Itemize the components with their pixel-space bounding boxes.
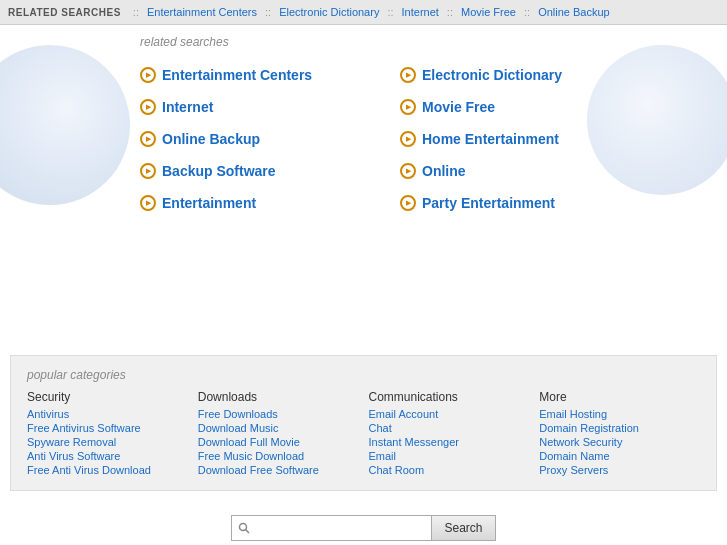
topbar-link-4[interactable]: Online Backup <box>538 6 610 18</box>
search-link-left-4[interactable]: Entertainment <box>162 195 256 211</box>
more-link-4[interactable]: Proxy Servers <box>539 464 700 476</box>
search-item-3: Backup Software <box>140 155 400 187</box>
search-item-1: Internet <box>140 91 400 123</box>
top-bar: RELATED SEARCHES :: Entertainment Center… <box>0 0 727 25</box>
more-header: More <box>539 390 700 404</box>
more-link-2[interactable]: Network Security <box>539 436 700 448</box>
communications-link-0[interactable]: Email Account <box>369 408 530 420</box>
topbar-link-0[interactable]: Entertainment Centers <box>147 6 257 18</box>
related-label: related searches <box>140 35 697 49</box>
arrow-icon-2 <box>140 131 156 147</box>
downloads-link-1[interactable]: Download Music <box>198 422 359 434</box>
downloads-header: Downloads <box>198 390 359 404</box>
search-item-r3: Online <box>400 155 660 187</box>
communications-link-3[interactable]: Email <box>369 450 530 462</box>
sep-1: :: <box>133 6 139 18</box>
category-more: More Email Hosting Domain Registration N… <box>539 390 700 478</box>
search-wrap: Search <box>231 515 495 541</box>
topbar-link-3[interactable]: Movie Free <box>461 6 516 18</box>
search-item-4: Entertainment <box>140 187 400 219</box>
search-item-2: Online Backup <box>140 123 400 155</box>
search-link-right-2[interactable]: Home Entertainment <box>422 131 559 147</box>
communications-link-1[interactable]: Chat <box>369 422 530 434</box>
security-header: Security <box>27 390 188 404</box>
search-item-r4: Party Entertainment <box>400 187 660 219</box>
search-section: related searches Entertainment Centers E… <box>0 25 727 345</box>
arrow-icon-3 <box>140 163 156 179</box>
arrow-icon-r4 <box>400 195 416 211</box>
popular-section: popular categories Security Antivirus Fr… <box>10 355 717 491</box>
search-grid: Entertainment Centers Electronic Diction… <box>140 59 660 219</box>
categories-grid: Security Antivirus Free Antivirus Softwa… <box>27 390 700 478</box>
search-link-left-0[interactable]: Entertainment Centers <box>162 67 312 83</box>
search-link-right-4[interactable]: Party Entertainment <box>422 195 555 211</box>
more-link-3[interactable]: Domain Name <box>539 450 700 462</box>
search-item-r0: Electronic Dictionary <box>400 59 660 91</box>
search-item-0: Entertainment Centers <box>140 59 400 91</box>
category-security: Security Antivirus Free Antivirus Softwa… <box>27 390 188 478</box>
topbar-link-1[interactable]: Electronic Dictionary <box>279 6 379 18</box>
main-content: related searches Entertainment Centers E… <box>0 25 727 345</box>
search-link-left-3[interactable]: Backup Software <box>162 163 276 179</box>
search-item-r1: Movie Free <box>400 91 660 123</box>
communications-header: Communications <box>369 390 530 404</box>
security-link-0[interactable]: Antivirus <box>27 408 188 420</box>
downloads-link-2[interactable]: Download Full Movie <box>198 436 359 448</box>
arrow-icon-r2 <box>400 131 416 147</box>
search-link-right-3[interactable]: Online <box>422 163 466 179</box>
downloads-link-4[interactable]: Download Free Software <box>198 464 359 476</box>
search-link-left-2[interactable]: Online Backup <box>162 131 260 147</box>
arrow-icon-r3 <box>400 163 416 179</box>
search-bar-section: Search <box>0 501 727 545</box>
security-link-1[interactable]: Free Antivirus Software <box>27 422 188 434</box>
arrow-icon-1 <box>140 99 156 115</box>
popular-label: popular categories <box>27 368 700 382</box>
arrow-icon-r0 <box>400 67 416 83</box>
communications-link-2[interactable]: Instant Messenger <box>369 436 530 448</box>
category-communications: Communications Email Account Chat Instan… <box>369 390 530 478</box>
arrow-icon-4 <box>140 195 156 211</box>
topbar-link-2[interactable]: Internet <box>402 6 439 18</box>
security-link-2[interactable]: Spyware Removal <box>27 436 188 448</box>
related-searches-label: RELATED SEARCHES <box>8 7 121 18</box>
downloads-link-0[interactable]: Free Downloads <box>198 408 359 420</box>
communications-link-4[interactable]: Chat Room <box>369 464 530 476</box>
category-downloads: Downloads Free Downloads Download Music … <box>198 390 359 478</box>
search-link-left-1[interactable]: Internet <box>162 99 213 115</box>
security-link-3[interactable]: Anti Virus Software <box>27 450 188 462</box>
search-button[interactable]: Search <box>431 515 495 541</box>
search-item-r2: Home Entertainment <box>400 123 660 155</box>
security-link-4[interactable]: Free Anti Virus Download <box>27 464 188 476</box>
search-link-right-1[interactable]: Movie Free <box>422 99 495 115</box>
arrow-icon-r1 <box>400 99 416 115</box>
arrow-icon-0 <box>140 67 156 83</box>
downloads-link-3[interactable]: Free Music Download <box>198 450 359 462</box>
search-link-right-0[interactable]: Electronic Dictionary <box>422 67 562 83</box>
search-input[interactable] <box>231 515 431 541</box>
more-link-0[interactable]: Email Hosting <box>539 408 700 420</box>
more-link-1[interactable]: Domain Registration <box>539 422 700 434</box>
